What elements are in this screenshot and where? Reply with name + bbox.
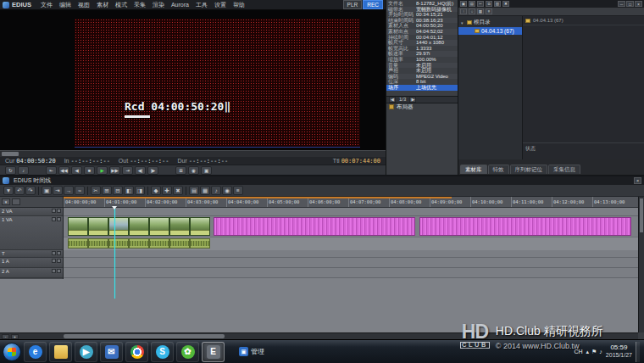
media-player-taskbar-button[interactable]: ▶ [75, 342, 97, 362]
bin-new-clip-icon[interactable]: ▣ [460, 1, 467, 7]
info-row[interactable]: 素材出点04:04:52;02 [386, 29, 458, 35]
bin-clip-list[interactable]: 04.04.13 (67) 状态 [523, 16, 644, 159]
ripple-mode-icon[interactable]: ≈ [75, 186, 85, 195]
info-row[interactable]: 结束时间码00:38:16;23 [386, 18, 458, 24]
edit-mode-icon[interactable]: ▣ [42, 186, 52, 195]
position-bar-thumb[interactable] [2, 152, 19, 156]
redo-icon[interactable]: ↷ [25, 186, 36, 195]
track-2va-header[interactable]: 2 VA [0, 208, 63, 216]
track-lock-icon[interactable] [57, 251, 61, 255]
mail-taskbar-button[interactable]: ✉ [100, 342, 123, 362]
bin-new-folder-icon[interactable]: ▤ [469, 1, 475, 7]
set-in-button[interactable]: ⇤ [46, 166, 57, 175]
horizontal-scroll-thumb[interactable] [64, 334, 225, 338]
add-to-timeline-button[interactable]: ⊞ [175, 166, 186, 175]
explorer-taskbar-button[interactable] [49, 342, 72, 362]
minimize-button[interactable]: ─ [618, 1, 625, 7]
audio-monitor-button[interactable]: ♪ [18, 166, 29, 175]
bin-up-folder-icon[interactable]: ↑ [460, 8, 467, 14]
info-row[interactable]: 编码MPEG2 Video [386, 74, 458, 80]
track-t-header[interactable]: T [0, 250, 63, 258]
bin-view-icon[interactable]: ▦ [477, 8, 484, 14]
audio-clip[interactable] [108, 238, 129, 249]
track-1a-row[interactable] [64, 258, 638, 268]
info-row[interactable]: 帧速率29.97i [386, 51, 458, 57]
tray-expand-icon[interactable]: ▴ [586, 349, 590, 355]
playhead-line[interactable] [114, 208, 115, 299]
video-clip[interactable] [108, 217, 129, 236]
video-clip[interactable] [68, 217, 88, 236]
vertical-scroll-thumb[interactable] [640, 198, 643, 232]
menu-item[interactable]: 文件 [37, 0, 56, 9]
color-matte-clip[interactable] [419, 217, 631, 236]
tab-sequence-marker[interactable]: 序列标记位 [510, 165, 548, 174]
play-button[interactable]: ▶ [97, 166, 108, 175]
applied-filter-item[interactable]: 布局器 [386, 103, 458, 111]
audio-clip[interactable] [129, 238, 149, 249]
menu-item[interactable]: 编辑 [56, 0, 75, 9]
start-button[interactable] [3, 343, 21, 361]
next-edit-point-button[interactable]: |▶ [147, 166, 158, 175]
maximize-button[interactable]: □ [626, 1, 634, 7]
color-matte-clip[interactable] [214, 217, 415, 236]
edius-taskbar-button[interactable]: E [202, 342, 225, 362]
bin-copy-icon[interactable]: ⧉ [486, 1, 492, 7]
chrome-taskbar-button[interactable] [125, 342, 148, 362]
video-clip[interactable] [190, 217, 210, 236]
menu-item[interactable]: 工具 [192, 0, 211, 9]
fast-forward-button[interactable]: ▶▶ [109, 166, 120, 175]
track-2a-header[interactable]: 2 A [0, 268, 63, 278]
bin-properties-icon[interactable]: ≡ [486, 8, 492, 14]
track-mute-icon[interactable] [52, 259, 56, 263]
track-1va-row[interactable] [64, 216, 638, 250]
undo-icon[interactable]: ↶ [14, 186, 25, 195]
track-2va-row[interactable] [64, 208, 638, 216]
track-mute-icon[interactable] [52, 209, 56, 213]
timeline-vertical-scrollbar[interactable] [638, 197, 644, 332]
audio-clip[interactable] [68, 238, 88, 249]
add-clip-icon[interactable]: ⊞ [102, 186, 112, 195]
track-t-row[interactable] [64, 250, 638, 258]
bin-cut-icon[interactable]: ✂ [477, 1, 484, 7]
menu-item[interactable]: 渲染 [149, 0, 168, 9]
language-indicator[interactable]: CH [574, 349, 582, 355]
info-row[interactable]: 声相未启用 [386, 68, 458, 74]
close-icon[interactable]: × [634, 177, 641, 184]
info-row[interactable]: 音量未启用 [386, 63, 458, 69]
plr-mode-button[interactable]: PLR [343, 0, 363, 9]
info-row[interactable]: 开始时间码00:34:15;21 [386, 12, 458, 18]
bin-search-icon[interactable]: ○ [469, 8, 475, 14]
menu-item[interactable]: 模式 [112, 0, 130, 9]
skype-taskbar-button[interactable]: S [151, 342, 174, 362]
bin-paste-icon[interactable]: ▥ [494, 1, 501, 7]
thumbnail-mode-icon[interactable]: ▦ [200, 186, 210, 195]
info-row[interactable]: 缩放率100.00% [386, 57, 458, 63]
audio-clip[interactable] [149, 238, 169, 249]
rewind-button[interactable]: ◀◀ [58, 166, 69, 175]
track-lock-icon[interactable] [57, 209, 61, 213]
tab-effects[interactable]: 特效 [488, 165, 509, 174]
capture-button[interactable]: ◉ [188, 166, 199, 175]
track-1va-header[interactable]: 1 VA [0, 216, 63, 250]
stop-button[interactable]: ■ [84, 166, 95, 175]
info-row[interactable]: 帧尺寸1440 x 1080 [386, 40, 458, 46]
menu-item[interactable]: 视图 [75, 0, 93, 9]
toolbar-menu-icon[interactable]: ≡ [233, 186, 243, 195]
remove-gap-icon[interactable]: ⊟ [113, 186, 123, 195]
timeline-horizontal-scrollbar[interactable]: - + [0, 332, 638, 339]
trim-out-icon[interactable]: ◨ [135, 186, 145, 195]
info-row[interactable]: 帧宽高比1.3333 [386, 46, 458, 52]
sequence-settings-icon[interactable]: ▼ [3, 186, 14, 195]
playhead-marker[interactable] [112, 206, 117, 212]
show-desktop-button[interactable] [636, 342, 640, 362]
track-lock-icon[interactable] [57, 259, 61, 263]
delete-icon[interactable]: ✖ [173, 186, 183, 195]
add-track-icon[interactable]: ✚ [162, 186, 172, 195]
tray-network-icon[interactable]: ⚑ [591, 349, 597, 355]
ruler-options-button[interactable] [12, 198, 20, 205]
bin-tree-item[interactable]: 04.04.13 (67) [458, 27, 522, 35]
audio-clip[interactable] [88, 238, 108, 249]
video-clip[interactable] [149, 217, 169, 236]
add-transition-icon[interactable]: ◆ [151, 186, 161, 195]
rec-mode-button[interactable]: REC [363, 0, 383, 9]
